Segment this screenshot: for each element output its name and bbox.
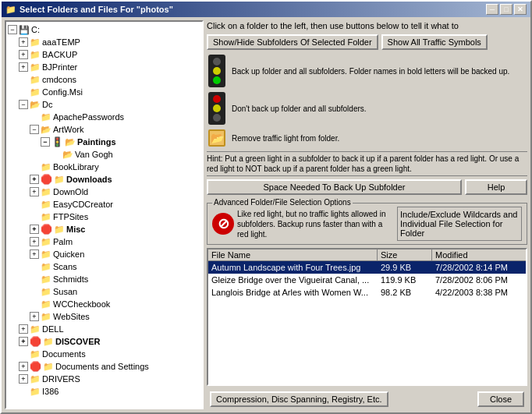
folder-icon-susan: 📁 [41, 287, 51, 297]
tree-item-artwork[interactable]: −📂ArtWork [8, 123, 200, 136]
main-window: 📁 Select Folders and Files For "photos" … [0, 0, 532, 414]
expand-btn-downold[interactable]: + [30, 187, 39, 196]
folder-icon-booklibrary: 📁 [41, 162, 51, 172]
tree-item-scans[interactable]: 📁Scans [8, 260, 200, 273]
file-modified-0: 7/28/2002 8:14 PM [432, 263, 526, 272]
tree-label-docssettings: Documents and Settings [55, 362, 149, 371]
compression-button[interactable]: Compression, Disc Spanning, Registry, Et… [210, 391, 388, 407]
expand-btn-c[interactable]: − [8, 25, 17, 34]
tree-item-apachepasswords[interactable]: 📁ApachePasswords [8, 111, 200, 123]
col-header-modified[interactable]: Modified [432, 249, 526, 260]
tl-green-icon-paintings: 🚦 [51, 136, 63, 147]
expand-btn-dc[interactable]: − [19, 100, 28, 109]
tree-label-misc: Misc [66, 225, 85, 234]
tree-item-downold[interactable]: +📁DownOld [8, 186, 200, 198]
include-exclude-box[interactable]: Include/Exclude Wildcards and Individual… [397, 207, 522, 241]
space-needed-button[interactable]: Space Needed To Back Up Subfolder [207, 179, 462, 195]
tree-item-backup[interactable]: +📁BACKUP [8, 48, 200, 61]
help-button[interactable]: Help [465, 179, 527, 195]
expand-btn-backup[interactable]: + [19, 50, 28, 59]
tree-label-downloads: Downloads [66, 175, 112, 184]
advanced-title: Advanced Folder/File Selection Options [212, 198, 353, 207]
tree-label-discover: DISCOVER [55, 337, 100, 346]
show-hide-subfolders-button[interactable]: Show/Hide Subfolders Of Selected Folder [207, 34, 378, 50]
tree-item-documents[interactable]: 📁Documents [8, 348, 200, 360]
tree-item-aaatemp[interactable]: +📁aaaTEMP [8, 36, 200, 48]
tree-item-discover[interactable]: +🛑📁DISCOVER [8, 335, 200, 348]
tree-item-paintings[interactable]: −🚦📂Paintings [8, 136, 200, 148]
tree-item-c[interactable]: −💾C: [8, 23, 200, 36]
tree-label-dc: Dc [42, 100, 52, 109]
tree-item-misc[interactable]: +🛑📁Misc [8, 223, 200, 235]
expand-btn-bjprinter[interactable]: + [19, 62, 28, 72]
folder-icon-downloads: 📁 [54, 175, 65, 185]
folder-icon-cmdcons: 📁 [30, 75, 41, 85]
expand-btn-paintings[interactable]: − [41, 137, 50, 147]
file-modified-2: 4/22/2003 8:38 PM [432, 288, 526, 297]
window-body: −💾C:+📁aaaTEMP+📁BACKUP+📁BJPrinter📁cmdcons… [2, 17, 530, 412]
tree-item-drivers[interactable]: +📁DRIVERS [8, 373, 200, 385]
tree-item-palm[interactable]: +📁Palm [8, 235, 200, 248]
maximize-button[interactable]: □ [500, 4, 512, 15]
remove-light-label: Remove traffic light from folder. [232, 133, 339, 143]
hint-text: Hint: Put a green light in a subfolder t… [207, 151, 527, 176]
folder-icon-artwork: 📂 [41, 125, 51, 135]
tree-item-dc[interactable]: −📂Dc [8, 98, 200, 111]
folder-icon-aaatemp: 📁 [30, 37, 41, 48]
remove-light-option[interactable]: 📂 Remove traffic light from folder. [207, 128, 527, 148]
expand-btn-discover[interactable]: + [19, 337, 28, 346]
expand-btn-misc[interactable]: + [30, 225, 39, 234]
expand-btn-drivers[interactable]: + [19, 374, 28, 384]
tree-label-quicken: Quicken [53, 249, 84, 259]
expand-btn-quicken[interactable]: + [30, 249, 39, 259]
col-header-size[interactable]: Size [378, 249, 432, 260]
folder-icon-easydcreator: 📁 [41, 200, 51, 210]
tree-item-susan[interactable]: 📁Susan [8, 285, 200, 298]
folder-icon-apachepasswords: 📁 [41, 112, 51, 122]
instructions-text: Click on a folder to the left, then use … [207, 20, 527, 31]
col-header-name[interactable]: File Name [208, 249, 378, 260]
file-modified-1: 7/28/2002 8:06 PM [432, 275, 526, 285]
expand-btn-artwork[interactable]: − [30, 125, 39, 134]
tree-item-vangogh[interactable]: 📂Van Gogh [8, 148, 200, 161]
folder-icon-quicken: 📁 [41, 249, 51, 260]
tree-label-aaatemp: aaaTEMP [42, 37, 80, 47]
tree-item-docssettings[interactable]: +🛑📁Documents and Settings [8, 360, 200, 373]
close-main-button[interactable]: Close [477, 391, 524, 407]
file-row-1[interactable]: Gleize Bridge over the Vigueirat Canal, … [208, 274, 526, 286]
file-row-0[interactable]: Autumn Landscape with Four Trees.jpg29.9… [208, 261, 526, 274]
tree-label-schmidts: Schmidts [53, 274, 88, 284]
expand-btn-docssettings[interactable]: + [19, 362, 28, 371]
tree-item-booklibrary[interactable]: 📁BookLibrary [8, 161, 200, 173]
close-button[interactable]: ✕ [514, 4, 527, 15]
expand-btn-downloads[interactable]: + [30, 175, 39, 184]
minimize-button[interactable]: ─ [486, 4, 498, 15]
file-row-2[interactable]: Langlois Bridge at Arles with Women W...… [208, 286, 526, 299]
green-light-option[interactable]: Back up folder and all subfolders. Folde… [207, 53, 527, 89]
tree-item-schmidts[interactable]: 📁Schmidts [8, 273, 200, 285]
tree-item-ftpsites[interactable]: 📁FTPSites [8, 211, 200, 223]
file-size-1: 119.9 KB [378, 275, 432, 285]
folder-icon-backup: 📁 [30, 50, 41, 60]
green-traffic-light [208, 55, 225, 87]
tree-item-configmsi[interactable]: 📁Config.Msi [8, 86, 200, 98]
tree-item-websites[interactable]: +📁WebSites [8, 310, 200, 323]
expand-btn-websites[interactable]: + [30, 312, 39, 321]
tree-item-downloads[interactable]: +🛑📁Downloads [8, 173, 200, 186]
file-name-2: Langlois Bridge at Arles with Women W... [208, 288, 378, 297]
expand-btn-dell[interactable]: + [19, 324, 28, 334]
show-all-traffic-button[interactable]: Show All Traffic Symbols [381, 34, 488, 50]
tree-item-quicken[interactable]: +📁Quicken [8, 248, 200, 260]
tree-item-bjprinter[interactable]: +📁BJPrinter [8, 61, 200, 73]
tree-item-wccheckbook[interactable]: 📁WCCheckbook [8, 298, 200, 310]
expand-btn-aaatemp[interactable]: + [19, 37, 28, 47]
tree-item-i386[interactable]: 📁I386 [8, 385, 200, 398]
tree-item-easydcreator[interactable]: 📁EasyCDCreator [8, 198, 200, 211]
folder-tree[interactable]: −💾C:+📁aaaTEMP+📁BACKUP+📁BJPrinter📁cmdcons… [6, 22, 202, 408]
expand-btn-palm[interactable]: + [30, 237, 39, 246]
tree-label-paintings: Paintings [77, 137, 116, 147]
red-light-option[interactable]: Don't back up folder and all subfolders. [207, 90, 527, 126]
tree-item-cmdcons[interactable]: 📁cmdcons [8, 73, 200, 86]
no-light-text: Like red light, but no traffic lights al… [237, 209, 391, 239]
tree-item-dell[interactable]: +📁DELL [8, 323, 200, 335]
